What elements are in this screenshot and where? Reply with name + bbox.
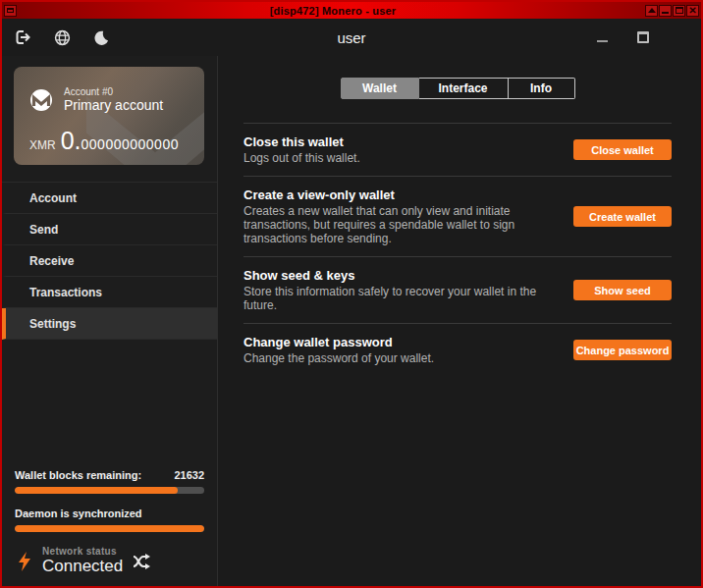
tab-interface[interactable]: Interface (419, 78, 509, 99)
monero-window: [disp472] Monero - user ✕ user (0, 0, 703, 588)
network-status-texts: Network status Connected (42, 546, 123, 576)
sidebar-item-account[interactable]: Account (2, 183, 217, 214)
balance-currency: XMR (29, 138, 56, 152)
sidebar-item-send[interactable]: Send (2, 214, 217, 245)
blocks-remaining-value: 21632 (174, 469, 204, 481)
close-button[interactable]: ✕ (686, 5, 699, 17)
settings-row-close-wallet: Close this wallet Logs out of this walle… (243, 124, 672, 176)
tab-wallet[interactable]: Wallet (341, 78, 419, 99)
account-card-texts: Account #0 Primary account (64, 86, 163, 113)
titlebar[interactable]: [disp472] Monero - user ✕ (2, 2, 701, 19)
row-description: Store this information safely to recover… (243, 285, 554, 312)
row-description: Logs out of this wallet. (243, 151, 554, 165)
titlebar-buttons: ✕ (645, 5, 699, 17)
language-button[interactable] (53, 28, 71, 46)
shuffle-icon (133, 553, 151, 570)
sync-status: Wallet blocks remaining: 21632 Daemon is… (2, 469, 217, 586)
account-card[interactable]: Account #0 Primary account XMR 0. 000000… (14, 67, 204, 165)
daemon-status-label: Daemon is synchronized (15, 508, 142, 519)
sidebar-item-transactions[interactable]: Transactions (2, 277, 217, 308)
minimize-icon (597, 40, 608, 42)
daemon-status-row: Daemon is synchronized (15, 508, 204, 519)
settings-row-texts: Create a view-only wallet Creates a new … (243, 187, 573, 245)
sidebar-menu: Account Send Receive Transactions Settin… (2, 182, 217, 340)
minimize-icon (662, 12, 669, 14)
sidebar-spacer (2, 340, 217, 469)
balance: XMR 0. 000000000000 (29, 127, 179, 155)
network-status[interactable]: Network status Connected (15, 546, 204, 576)
daemon-sync-progress-fill (15, 525, 204, 532)
wallet-sync-progress-fill (15, 487, 178, 494)
app-maximize-button[interactable] (634, 28, 652, 46)
network-status-value: Connected (42, 557, 123, 576)
maximize-button[interactable] (673, 5, 685, 17)
blocks-remaining-row: Wallet blocks remaining: 21632 (15, 469, 204, 481)
change-password-button[interactable]: Change password (573, 340, 672, 360)
row-description: Change the password of your wallet. (243, 351, 554, 365)
sidebar-item-receive[interactable]: Receive (2, 245, 217, 277)
wallet-sync-progressbar (15, 487, 204, 494)
account-card-header: Account #0 Primary account (29, 86, 190, 113)
balance-integer: 0. (61, 127, 81, 155)
account-number: Account #0 (64, 86, 163, 97)
close-icon: ✕ (688, 6, 696, 16)
balance-fraction: 000000000000 (81, 136, 179, 152)
header-icons (14, 28, 110, 46)
create-wallet-button[interactable]: Create wallet (573, 206, 672, 227)
network-status-label: Network status (42, 546, 123, 557)
settings-tabs: Wallet Interface Info (243, 78, 672, 99)
row-description: Creates a new wallet that can only view … (243, 204, 554, 245)
globe-icon (54, 29, 71, 46)
tab-info[interactable]: Info (509, 78, 575, 99)
window-controls (593, 28, 652, 46)
sidebar-item-settings[interactable]: Settings (2, 308, 217, 340)
monero-logo (29, 88, 53, 112)
logout-button[interactable] (14, 28, 31, 46)
app-header: user (2, 19, 701, 56)
settings-row-texts: Show seed & keys Store this information … (243, 268, 573, 312)
window-title: [disp472] Monero - user (21, 3, 645, 19)
shade-button[interactable] (645, 5, 658, 17)
settings-row-texts: Change wallet password Change the passwo… (243, 335, 573, 365)
row-title: Create a view-only wallet (243, 187, 554, 202)
app: user (2, 19, 701, 586)
theme-toggle-button[interactable] (92, 28, 110, 46)
settings-row-change-password: Change wallet password Change the passwo… (243, 324, 672, 376)
app-minimize-button[interactable] (593, 28, 611, 46)
settings-page: Wallet Interface Info Close this wallet … (218, 56, 701, 586)
window-menu-icon (7, 8, 14, 13)
window-menu-button[interactable] (4, 5, 17, 17)
show-seed-button[interactable]: Show seed (573, 280, 672, 300)
maximize-icon (637, 31, 649, 43)
row-title: Close this wallet (243, 134, 554, 149)
logout-icon (14, 28, 31, 46)
settings-row-show-seed: Show seed & keys Store this information … (243, 257, 672, 323)
settings-row-texts: Close this wallet Logs out of this walle… (243, 134, 573, 165)
daemon-sync-progressbar (15, 525, 204, 532)
blocks-remaining-label: Wallet blocks remaining: (15, 469, 141, 481)
moon-icon (93, 29, 109, 46)
row-title: Show seed & keys (243, 268, 554, 283)
settings-row-view-only-wallet: Create a view-only wallet Creates a new … (243, 177, 672, 256)
app-body: Account #0 Primary account XMR 0. 000000… (2, 56, 701, 586)
minimize-button[interactable] (659, 5, 672, 17)
sidebar: Account #0 Primary account XMR 0. 000000… (2, 56, 218, 586)
maximize-icon (676, 7, 683, 14)
shade-icon (648, 8, 656, 13)
row-title: Change wallet password (243, 335, 554, 349)
account-name: Primary account (64, 97, 163, 113)
close-wallet-button[interactable]: Close wallet (573, 139, 672, 160)
lightning-icon (17, 551, 32, 572)
